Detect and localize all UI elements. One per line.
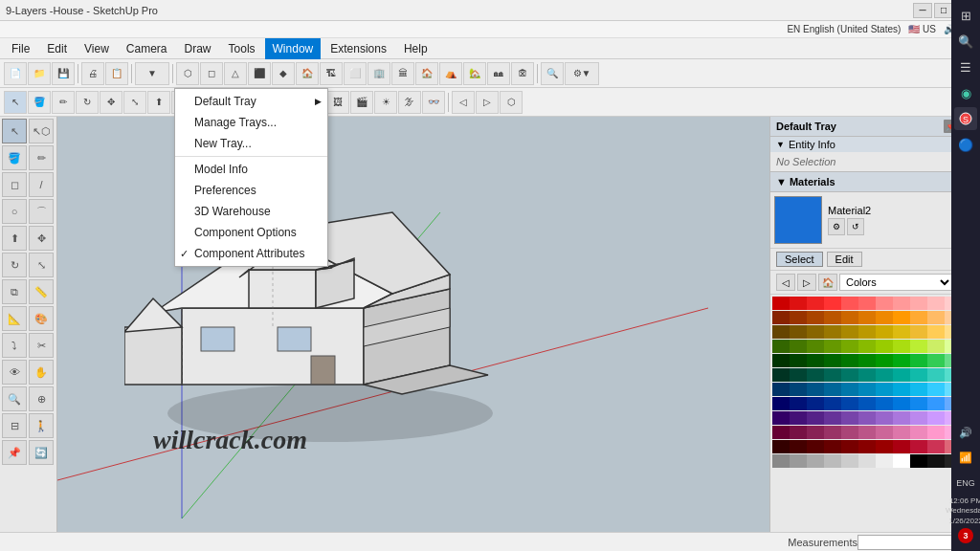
lt-offset-btn[interactable]: ⧉ xyxy=(2,279,27,304)
color-cell[interactable] xyxy=(910,297,927,310)
color-cell[interactable] xyxy=(772,426,790,439)
color-cell[interactable] xyxy=(927,397,945,410)
color-cell[interactable] xyxy=(910,397,927,410)
lt-paint-btn[interactable]: 🪣 xyxy=(2,145,27,170)
color-cell[interactable] xyxy=(790,411,807,425)
color-cell[interactable] xyxy=(927,426,945,439)
color-cell[interactable] xyxy=(927,411,945,425)
color-cell[interactable] xyxy=(927,325,945,339)
lt-select2-btn[interactable]: ↖⬡ xyxy=(29,119,54,143)
lt-rotate-btn[interactable]: ↻ xyxy=(2,253,27,277)
color-cell[interactable] xyxy=(790,340,807,353)
color-cell[interactable] xyxy=(927,368,945,382)
tb-fog[interactable]: 🌫 xyxy=(398,91,421,114)
tb-pdf[interactable]: 📋 xyxy=(105,62,128,85)
color-cell[interactable] xyxy=(876,397,893,410)
tb-shape1[interactable]: ⬡ xyxy=(176,62,199,85)
color-cell[interactable] xyxy=(841,297,858,310)
tb-shape9[interactable]: 🏢 xyxy=(368,62,390,85)
color-cell[interactable] xyxy=(807,340,824,353)
color-cell[interactable] xyxy=(772,454,790,468)
tb-open[interactable]: 📁 xyxy=(28,62,51,85)
tb-shape7[interactable]: 🏗 xyxy=(320,62,343,85)
color-cell[interactable] xyxy=(807,411,824,425)
color-cell[interactable] xyxy=(807,426,824,439)
color-cell[interactable] xyxy=(841,340,858,353)
color-cell[interactable] xyxy=(807,383,824,396)
tb-shape10[interactable]: 🏛 xyxy=(391,62,414,85)
color-cell[interactable] xyxy=(824,383,841,396)
color-cell[interactable] xyxy=(790,397,807,410)
lt-arc-btn[interactable]: ⌒ xyxy=(29,199,54,224)
color-cell[interactable] xyxy=(772,397,790,410)
lt-pan-btn[interactable]: ✋ xyxy=(29,360,54,385)
color-cell[interactable] xyxy=(790,297,807,310)
color-cell[interactable] xyxy=(876,354,893,367)
tb-config[interactable]: ⚙▼ xyxy=(565,62,599,85)
color-cell[interactable] xyxy=(790,383,807,396)
tb-styles[interactable]: 🖼 xyxy=(326,91,349,114)
color-cell[interactable] xyxy=(824,325,841,339)
tb-shape13[interactable]: 🏡 xyxy=(463,62,486,85)
color-cell[interactable] xyxy=(927,354,945,367)
color-cell[interactable] xyxy=(893,383,910,396)
tb-arrow-dropdown[interactable]: ▼ xyxy=(135,62,169,85)
color-cell[interactable] xyxy=(876,368,893,382)
color-cell[interactable] xyxy=(841,426,858,439)
tb-shape6[interactable]: 🏠 xyxy=(296,62,319,85)
color-cell[interactable] xyxy=(772,368,790,382)
lt-position-btn[interactable]: 📌 xyxy=(2,440,27,465)
tb-shape14[interactable]: 🏘 xyxy=(487,62,510,85)
color-cell[interactable] xyxy=(927,440,945,453)
tb-new[interactable]: 📄 xyxy=(4,62,27,85)
tb-scenes[interactable]: 🎬 xyxy=(350,91,373,114)
color-cell[interactable] xyxy=(841,397,858,410)
lt-scale-btn[interactable]: ⤡ xyxy=(29,253,54,277)
tb-nav-3d[interactable]: ⬡ xyxy=(500,91,523,114)
mat-edit-tab[interactable]: Edit xyxy=(827,252,862,267)
color-cell[interactable] xyxy=(841,325,858,339)
mat-reload-btn[interactable]: ↺ xyxy=(847,218,864,235)
color-cell[interactable] xyxy=(910,426,927,439)
color-cell[interactable] xyxy=(910,368,927,382)
tb-rotate[interactable]: ↻ xyxy=(76,91,99,114)
color-cell[interactable] xyxy=(893,440,910,453)
color-cell[interactable] xyxy=(927,454,945,468)
color-cell[interactable] xyxy=(841,368,858,382)
color-cell[interactable] xyxy=(910,354,927,367)
tb-search[interactable]: 🔍 xyxy=(541,62,564,85)
tb-nav-left[interactable]: ◁ xyxy=(452,91,475,114)
taskbar-notification-badge[interactable]: 3 xyxy=(958,528,973,543)
color-cell[interactable] xyxy=(790,426,807,439)
mat-category-dropdown[interactable]: Colors xyxy=(839,274,953,291)
color-cell[interactable] xyxy=(772,340,790,353)
taskbar-search-btn[interactable]: 🔍 xyxy=(954,30,977,53)
color-cell[interactable] xyxy=(893,311,910,324)
tb-select[interactable]: ↖ xyxy=(4,91,27,114)
color-cell[interactable] xyxy=(876,383,893,396)
menu-extensions[interactable]: Extensions xyxy=(323,38,394,59)
color-cell[interactable] xyxy=(876,325,893,339)
lt-zoom-btn[interactable]: 🔍 xyxy=(2,386,27,411)
color-cell[interactable] xyxy=(910,325,927,339)
taskbar-icon3[interactable]: 🔵 xyxy=(954,133,977,156)
lt-sectionplane-btn[interactable]: ⊟ xyxy=(2,413,27,438)
menu-help[interactable]: Help xyxy=(396,38,435,59)
color-cell[interactable] xyxy=(910,383,927,396)
color-cell[interactable] xyxy=(790,454,807,468)
color-cell[interactable] xyxy=(824,426,841,439)
viewport[interactable]: willcrack.com xyxy=(57,117,769,532)
color-cell[interactable] xyxy=(893,411,910,425)
menu-camera[interactable]: Camera xyxy=(119,38,175,59)
menu-draw[interactable]: Draw xyxy=(177,38,219,59)
color-cell[interactable] xyxy=(858,397,876,410)
tb-scale[interactable]: ⤡ xyxy=(123,91,146,114)
color-cell[interactable] xyxy=(807,454,824,468)
color-cell[interactable] xyxy=(824,454,841,468)
lt-rect-btn[interactable]: ◻ xyxy=(2,172,27,197)
tb-shape12[interactable]: ⛺ xyxy=(439,62,462,85)
color-cell[interactable] xyxy=(807,368,824,382)
tb-paint[interactable]: 🪣 xyxy=(28,91,51,114)
color-cell[interactable] xyxy=(910,411,927,425)
color-cell[interactable] xyxy=(824,354,841,367)
